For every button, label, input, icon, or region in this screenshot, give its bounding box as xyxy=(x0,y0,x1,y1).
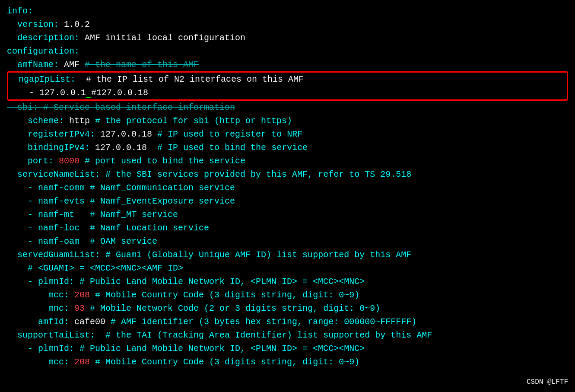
value-text: AMF xyxy=(64,60,85,70)
code-line: - plmnId: # Public Land Mobile Network I… xyxy=(7,275,568,288)
code-line: ngapIpList: # the IP list of N2 interfac… xyxy=(8,73,567,86)
key-text: - namf-comm xyxy=(7,183,85,193)
code-line: registerIPv4: 127.0.0.18 # IP used to re… xyxy=(7,127,568,141)
key-text: # Public Land Mobile Network ID, <PLMN I… xyxy=(79,277,365,287)
code-line: mnc: 93 # Mobile Network Code (2 or 3 di… xyxy=(7,302,568,315)
code-line: info: xyxy=(7,4,568,18)
code-line: configuration: xyxy=(7,45,568,58)
key-text: bindingIPv4: xyxy=(7,143,95,153)
comment-text: # the name of this AMF xyxy=(85,60,199,70)
code-line: port: 8000 # port used to bind the servi… xyxy=(7,154,568,168)
key-text: - plmnId: xyxy=(7,344,79,354)
key-text: # Namf_MT service xyxy=(85,210,178,220)
comment-text: sbi: # Service-based interface informati… xyxy=(7,102,235,112)
code-line: description: AMF initial local configura… xyxy=(7,31,568,45)
key-text: # IP used to bind the service xyxy=(147,143,308,153)
key-text: # Mobile Network Code (2 or 3 digits str… xyxy=(85,303,380,313)
code-line: - namf-mt # Namf_MT service xyxy=(7,208,568,221)
key-text: # AMF identifier (3 bytes hex string, ra… xyxy=(105,317,416,327)
watermark: CSDN @LFTF xyxy=(527,377,568,388)
key-text: servedGuamiList: xyxy=(7,250,105,260)
key-text: # OAM service xyxy=(85,236,157,246)
code-line: supportTaiList: # the TAI (Tracking Area… xyxy=(7,328,568,342)
key-text: amfName: xyxy=(7,60,64,70)
key-text: registerIPv4: xyxy=(7,129,100,139)
red-value: 208 xyxy=(74,357,90,367)
red-value: 8000 xyxy=(59,156,79,166)
key-text: mnc: xyxy=(7,303,74,313)
code-line: # <GUAMI> = <MCC><MNC><AMF ID> xyxy=(7,261,568,275)
key-text: port: xyxy=(7,156,59,166)
key-text: supportTaiList: xyxy=(7,330,100,340)
key-text: # Mobile Country Code (3 digits string, … xyxy=(90,290,359,300)
red-value: 208 xyxy=(74,290,90,300)
key-text: # Public Land Mobile Network ID, <PLMN I… xyxy=(79,344,365,354)
key-text: - namf-loc xyxy=(7,223,85,233)
value-text: #127.0.0.18 xyxy=(91,88,148,98)
key-text: mcc: xyxy=(7,357,74,367)
key-text: # port used to bind the service xyxy=(79,156,245,166)
key-text: - plmnId: xyxy=(7,277,79,287)
code-line: scheme: http # the protocol for sbi (htt… xyxy=(7,114,568,127)
key-text: - namf-oam xyxy=(7,236,85,246)
code-line: - namf-oam # OAM service xyxy=(7,235,568,248)
key-text: # IP used to register to NRF xyxy=(152,129,302,139)
value-text: AMF initial local configuration xyxy=(85,33,245,43)
key-text: # Namf_Communication service xyxy=(85,183,235,193)
value-text: 127.0.0.18 xyxy=(95,143,147,153)
key-text: description: xyxy=(7,33,85,43)
code-line: - plmnId: # Public Land Mobile Network I… xyxy=(7,342,568,355)
code-line: sbi: # Service-based interface informati… xyxy=(7,101,568,114)
value-text: - 127.0.0.1 xyxy=(8,88,86,98)
code-line: version: 1.0.2 xyxy=(7,18,568,31)
key-text: # Namf_EventExposure service xyxy=(85,196,235,206)
key-text: - namf-evts xyxy=(7,196,85,206)
key-text: # the protocol for sbi (http or https) xyxy=(90,116,292,126)
key-text: # Namf_Location service xyxy=(85,223,209,233)
value-text: 127.0.0.18 xyxy=(100,129,152,139)
highlight-box: ngapIpList: # the IP list of N2 interfac… xyxy=(7,71,568,101)
value-text: # the IP list of N2 interfaces on this A… xyxy=(81,74,304,84)
key-text: info: xyxy=(7,6,33,16)
key-text: # the TAI (Tracking Area Identifier) lis… xyxy=(100,330,432,340)
key-text: ngapIpList: xyxy=(8,74,81,84)
key-text: configuration: xyxy=(7,46,79,56)
key-text: serviceNameList: xyxy=(7,169,105,179)
key-text: # the SBI services provided by this AMF,… xyxy=(105,169,411,179)
code-line: amfName: AMF # the name of this AMF xyxy=(7,58,568,71)
code-line: servedGuamiList: # Guami (Globally Uniqu… xyxy=(7,248,568,261)
code-line: - namf-comm # Namf_Communication service xyxy=(7,181,568,194)
code-line: bindingIPv4: 127.0.0.18 # IP used to bin… xyxy=(7,141,568,154)
code-line: - namf-loc # Namf_Location service xyxy=(7,221,568,235)
code-line: serviceNameList: # the SBI services prov… xyxy=(7,168,568,181)
code-line: mcc: 208 # Mobile Country Code (3 digits… xyxy=(7,288,568,302)
key-text: scheme: xyxy=(7,116,69,126)
key-text: - namf-mt xyxy=(7,210,85,220)
key-text: # Mobile Country Code (3 digits string, … xyxy=(90,357,359,367)
code-line: - 127.0.0.1█#127.0.0.18 xyxy=(8,86,567,99)
red-value: 93 xyxy=(74,303,85,313)
cursor: █ xyxy=(86,88,91,98)
key-text: # Guami (Globally Unique AMF ID) list su… xyxy=(105,250,411,260)
key-text: version: xyxy=(7,19,64,29)
key-text: # <GUAMI> = <MCC><MNC><AMF ID> xyxy=(7,263,183,273)
value-text: cafe00 xyxy=(74,317,105,327)
value-text: 1.0.2 xyxy=(64,19,90,29)
code-line: - namf-evts # Namf_EventExposure service xyxy=(7,194,568,208)
key-text: mcc: xyxy=(7,290,74,300)
code-line: amfId: cafe00 # AMF identifier (3 bytes … xyxy=(7,315,568,328)
code-line: mcc: 208 # Mobile Country Code (3 digits… xyxy=(7,355,568,369)
code-block: info: version: 1.0.2 description: AMF in… xyxy=(7,4,568,369)
value-text: http xyxy=(69,116,90,126)
key-text: amfId: xyxy=(7,317,74,327)
